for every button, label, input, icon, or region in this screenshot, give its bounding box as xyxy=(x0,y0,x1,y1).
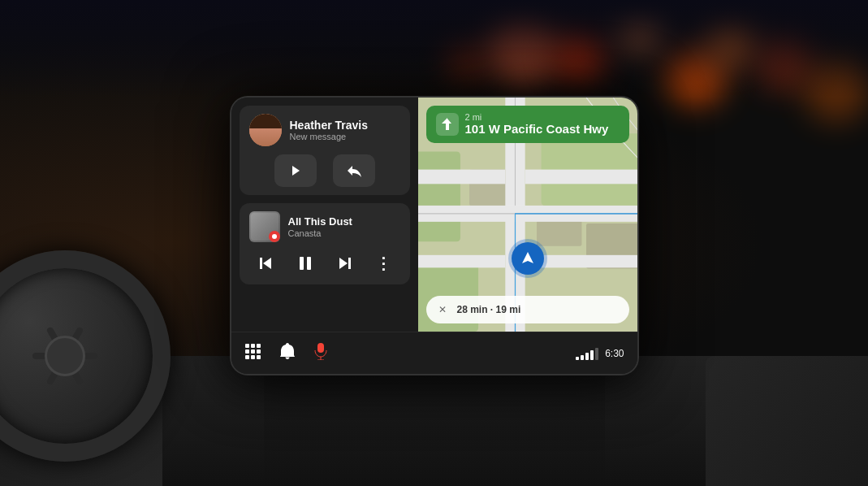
svg-rect-30 xyxy=(245,355,249,359)
svg-marker-0 xyxy=(292,166,300,176)
message-card: Heather Travis New message xyxy=(240,106,410,195)
left-panel-spacer xyxy=(231,289,418,332)
reply-icon xyxy=(347,164,361,177)
svg-rect-28 xyxy=(251,349,255,354)
signal-bar-4 xyxy=(590,350,594,360)
svg-rect-26 xyxy=(257,344,261,348)
steering-hub xyxy=(45,336,85,376)
bell-icon xyxy=(280,343,295,359)
music-controls: ⋮ xyxy=(249,250,400,276)
signal-bar-5 xyxy=(595,348,598,360)
center-mount xyxy=(264,356,605,486)
steering-wheel xyxy=(0,242,179,470)
speaker-grille-right xyxy=(706,356,868,486)
avatar-hair xyxy=(249,114,282,128)
svg-rect-2 xyxy=(260,258,262,269)
nav-arrow-icon xyxy=(440,117,455,132)
message-info: Heather Travis New message xyxy=(290,119,400,142)
bottom-right-status: 6:30 xyxy=(576,347,624,360)
album-art xyxy=(249,211,280,242)
screen-content: Heather Travis New message xyxy=(231,98,637,332)
music-info: All This Dust Canasta xyxy=(288,215,400,238)
notifications-button[interactable] xyxy=(280,343,295,363)
svg-rect-5 xyxy=(307,257,311,270)
play-icon xyxy=(289,164,302,177)
ceiling xyxy=(0,0,868,98)
next-track-button[interactable] xyxy=(331,250,357,276)
apps-button[interactable] xyxy=(244,343,261,363)
svg-rect-27 xyxy=(245,349,249,354)
music-card: All This Dust Canasta xyxy=(240,203,410,284)
svg-rect-21 xyxy=(418,255,505,268)
apps-grid-icon xyxy=(244,343,261,359)
eta-bar: ✕ 28 min · 19 mi xyxy=(426,296,629,323)
track-title: All This Dust xyxy=(288,215,400,228)
message-header: Heather Travis New message xyxy=(249,114,400,146)
bottom-bar: 6:30 xyxy=(231,332,637,374)
avatar xyxy=(249,114,282,146)
car-position-indicator xyxy=(512,242,544,275)
nav-bar: 2 mi 101 W Pacific Coast Hwy xyxy=(426,106,629,143)
more-options-button[interactable]: ⋮ xyxy=(370,250,396,276)
next-icon xyxy=(337,256,352,271)
signal-indicator xyxy=(576,347,598,360)
nav-street: 101 W Pacific Coast Hwy xyxy=(465,122,620,137)
signal-bar-1 xyxy=(576,357,579,360)
svg-rect-31 xyxy=(251,355,255,359)
prev-track-button[interactable] xyxy=(253,250,279,276)
music-header: All This Dust Canasta xyxy=(249,211,400,242)
svg-marker-3 xyxy=(263,258,271,269)
play-message-button[interactable] xyxy=(274,154,317,187)
message-subtitle: New message xyxy=(290,132,400,141)
svg-rect-4 xyxy=(300,257,304,270)
svg-rect-25 xyxy=(251,344,255,348)
svg-marker-7 xyxy=(339,258,348,269)
eta-distance: 19 mi xyxy=(496,304,521,315)
left-panel: Heather Travis New message xyxy=(231,98,418,332)
prev-icon xyxy=(259,256,274,271)
message-actions xyxy=(249,154,400,187)
avatar-overlay xyxy=(249,128,282,146)
svg-rect-33 xyxy=(317,343,324,353)
mic-button[interactable] xyxy=(314,342,327,364)
svg-rect-32 xyxy=(257,355,261,359)
pause-icon xyxy=(299,256,312,271)
svg-rect-19 xyxy=(418,170,505,184)
svg-rect-6 xyxy=(348,258,351,269)
svg-rect-20 xyxy=(525,170,637,184)
sender-name: Heather Travis xyxy=(290,119,400,132)
svg-rect-9 xyxy=(418,151,460,241)
microphone-icon xyxy=(314,342,327,360)
close-nav-button[interactable]: ✕ xyxy=(434,302,451,318)
signal-bar-2 xyxy=(581,355,584,360)
music-service-icon xyxy=(271,233,278,240)
svg-rect-24 xyxy=(245,344,249,348)
svg-marker-23 xyxy=(522,252,533,263)
nav-distance: 2 mi xyxy=(465,113,620,122)
nav-info: 2 mi 101 W Pacific Coast Hwy xyxy=(465,113,620,137)
pause-button[interactable] xyxy=(292,250,318,276)
nav-direction-arrow xyxy=(436,113,459,136)
music-service-badge xyxy=(269,231,280,242)
svg-point-1 xyxy=(272,234,277,239)
reply-message-button[interactable] xyxy=(333,154,375,187)
time-display: 6:30 xyxy=(605,348,624,359)
map-panel: 2 mi 101 W Pacific Coast Hwy ✕ 28 min · … xyxy=(418,98,637,332)
car-arrow-icon xyxy=(520,250,536,267)
infotainment-screen: Heather Travis New message xyxy=(231,98,637,374)
bottom-left-icons xyxy=(244,342,327,364)
eta-time: 28 min xyxy=(457,304,488,315)
track-artist: Canasta xyxy=(288,228,400,238)
eta-info: 28 min · 19 mi xyxy=(457,304,521,315)
signal-bar-3 xyxy=(585,353,589,360)
svg-rect-29 xyxy=(257,349,261,354)
